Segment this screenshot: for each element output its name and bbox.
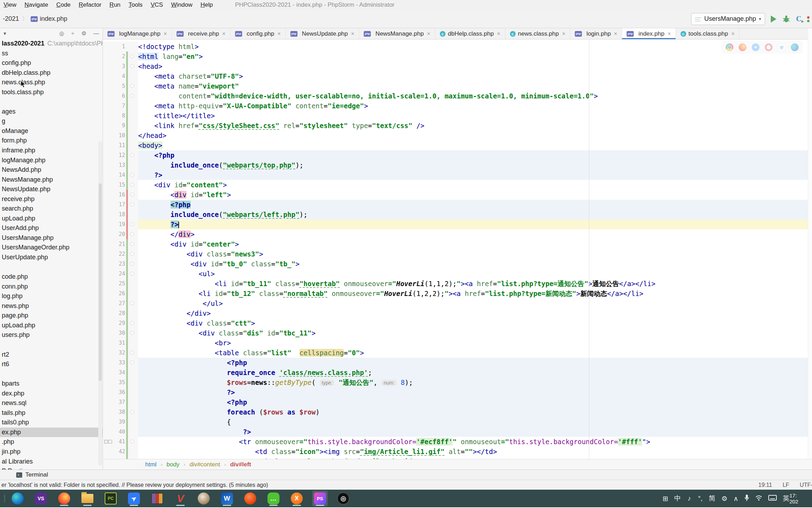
tree-item[interactable]: news.sql: [0, 398, 103, 408]
line-number[interactable]: 11: [112, 140, 126, 150]
breadcrumb-file[interactable]: index.php: [40, 15, 67, 23]
tree-item[interactable]: rt6: [0, 359, 103, 369]
editor-gutter[interactable]: 11: [103, 140, 138, 150]
line-number[interactable]: 33: [112, 358, 126, 368]
breadcrumb-html[interactable]: html: [145, 461, 156, 468]
taskbar-clock[interactable]: 17: 202: [789, 492, 812, 504]
taskbar-orange-lens-app-icon[interactable]: [242, 491, 258, 506]
menu-window[interactable]: Window: [171, 1, 192, 8]
fold-column[interactable]: [128, 407, 138, 417]
code-line[interactable]: <?php: [138, 397, 812, 407]
fold-icon[interactable]: [130, 331, 134, 335]
line-number[interactable]: 42: [112, 447, 126, 456]
line-number[interactable]: 37: [112, 397, 126, 407]
project-tree-scrollbar[interactable]: [98, 141, 102, 466]
tree-item[interactable]: al Libraries: [0, 457, 103, 467]
fold-icon[interactable]: [130, 272, 134, 276]
tree-item[interactable]: UsersManageOrder.php: [0, 243, 103, 253]
editor-gutter[interactable]: 35: [103, 377, 138, 387]
fold-column[interactable]: [128, 121, 138, 131]
line-number[interactable]: 12: [112, 150, 126, 160]
code-line[interactable]: ?>: [138, 170, 812, 180]
line-number[interactable]: 9: [112, 121, 126, 131]
tree-item[interactable]: ex.php: [0, 428, 103, 437]
hide-panel-icon[interactable]: —: [93, 31, 99, 36]
microphone-icon[interactable]: [744, 494, 749, 503]
editor-gutter[interactable]: 17: [103, 200, 138, 210]
editor-gutter[interactable]: 41: [103, 437, 138, 447]
fold-icon[interactable]: [130, 64, 134, 68]
fold-column[interactable]: [128, 417, 138, 427]
tree-item[interactable]: search.php: [0, 204, 103, 214]
fold-column[interactable]: [128, 239, 138, 249]
code-line[interactable]: <div id="tb_0" class="tb_">: [138, 259, 812, 269]
editor-gutter[interactable]: 3: [103, 61, 138, 71]
editor-gutter[interactable]: 19: [103, 219, 138, 229]
editor-gutter[interactable]: 33: [103, 358, 138, 368]
tree-item[interactable]: ages: [0, 107, 103, 117]
code-line[interactable]: <meta name="viewport": [138, 81, 812, 91]
line-number[interactable]: 22: [112, 249, 126, 259]
line-number[interactable]: 17: [112, 200, 126, 210]
line-number[interactable]: 39: [112, 417, 126, 427]
tree-item[interactable]: form.php: [0, 136, 103, 146]
code-line[interactable]: include_once("webparts/top.php");: [138, 160, 812, 170]
fold-icon[interactable]: [130, 351, 134, 355]
taskbar-file-explorer-icon[interactable]: [80, 491, 95, 506]
code-line[interactable]: <div id="content">: [138, 180, 812, 190]
tree-item[interactable]: log.php: [0, 291, 103, 301]
tree-item[interactable]: bparts: [0, 379, 103, 389]
fold-column[interactable]: [128, 170, 138, 180]
code-line[interactable]: <meta http-equiv="X-UA-Compatible" conte…: [138, 101, 812, 111]
fold-column[interactable]: [128, 377, 138, 387]
editor-gutter[interactable]: 29: [103, 318, 138, 328]
terminal-tab[interactable]: Terminal: [25, 471, 48, 478]
fold-icon[interactable]: [130, 173, 134, 177]
line-number[interactable]: 7: [112, 101, 126, 111]
fold-column[interactable]: [128, 348, 138, 358]
ie-icon[interactable]: e: [778, 43, 786, 51]
tree-item[interactable]: [0, 97, 103, 107]
editor-gutter[interactable]: 2: [103, 52, 138, 61]
editor-gutter[interactable]: 8: [103, 111, 138, 121]
line-number[interactable]: 24: [112, 269, 126, 279]
code-line[interactable]: <td class="icon"><img src="img/Article_l…: [138, 447, 812, 456]
gear-icon[interactable]: ⚙: [81, 31, 86, 36]
editor-gutter[interactable]: 40: [103, 427, 138, 437]
code-line[interactable]: <li id="tb_12" class="normaltab" onmouse…: [138, 289, 812, 298]
code-line[interactable]: <body>: [138, 140, 812, 150]
line-number[interactable]: 29: [112, 318, 126, 328]
code-line[interactable]: <table class="list" cellspacing="0">: [138, 348, 812, 358]
tree-item[interactable]: jin.php: [0, 447, 103, 457]
line-number[interactable]: 13: [112, 160, 126, 170]
tree-item[interactable]: NewsAdd.php: [0, 165, 103, 175]
tab-NewsManage.php[interactable]: phpNewsManage.php×: [359, 28, 435, 39]
close-icon[interactable]: ×: [222, 31, 225, 37]
status-message[interactable]: er 'localhost' is not valid: Folder is n…: [1, 482, 268, 488]
edge-icon[interactable]: [791, 43, 799, 51]
tree-item[interactable]: [0, 369, 103, 379]
code-line[interactable]: <link href="css/StyleSheet.css" rel="sty…: [138, 121, 812, 131]
fold-column[interactable]: [128, 338, 138, 348]
line-number[interactable]: 25: [112, 279, 126, 289]
taskbar-blue-bird-app-icon[interactable]: ➤: [126, 491, 142, 506]
fold-icon[interactable]: [130, 440, 134, 443]
tree-item[interactable]: NewsManage.php: [0, 175, 103, 185]
code-line[interactable]: include_once("webparts/left.php");: [138, 210, 812, 219]
fold-icon[interactable]: [130, 153, 134, 157]
code-line[interactable]: <div id="center">: [138, 239, 812, 249]
tree-item[interactable]: UserAdd.php: [0, 223, 103, 233]
editor-gutter[interactable]: 20: [103, 229, 138, 239]
line-number[interactable]: 19: [112, 219, 126, 229]
tree-item[interactable]: code.php: [0, 272, 103, 282]
tree-item[interactable]: news.php: [0, 301, 103, 311]
tray-expand-icon[interactable]: ∧: [733, 495, 738, 503]
line-number[interactable]: 21: [112, 239, 126, 249]
fold-column[interactable]: [128, 269, 138, 279]
code-line[interactable]: <div id="left">: [138, 190, 812, 200]
fold-column[interactable]: [128, 308, 138, 318]
line-number[interactable]: 18: [112, 210, 126, 219]
tree-item[interactable]: dex.php: [0, 389, 103, 399]
tree-item[interactable]: [0, 340, 103, 350]
tree-item[interactable]: .php: [0, 437, 103, 447]
